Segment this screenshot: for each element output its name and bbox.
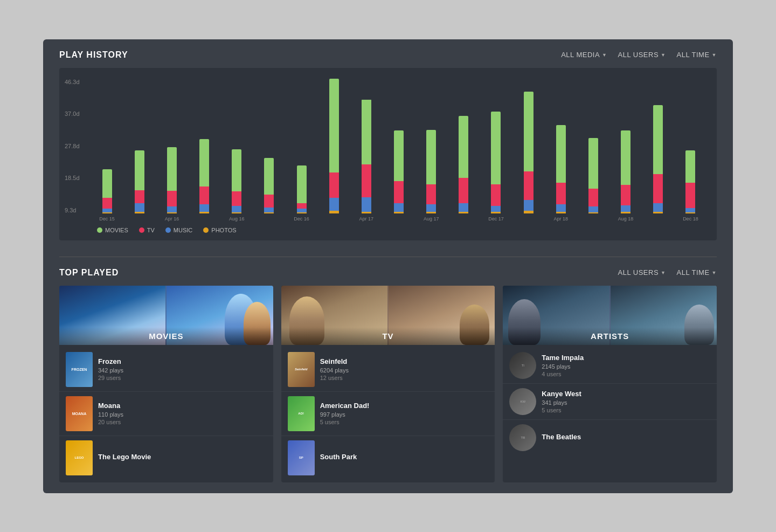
amerdad-thumb: AD! <box>288 396 315 431</box>
southpark-info: South Park <box>320 453 489 462</box>
legend-dot-tv <box>139 227 144 233</box>
bar-group <box>351 99 382 213</box>
x-label: Dec 15 <box>92 216 122 222</box>
media-cards: MOVIES FROZEN Frozen 342 plays 29 users <box>59 286 717 482</box>
legend-dot-music <box>165 227 171 233</box>
frozen-users: 29 users <box>98 375 267 381</box>
seinfeld-users: 12 users <box>320 375 489 381</box>
x-label: Dec 17 <box>481 216 511 222</box>
frozen-title: Frozen <box>98 357 267 365</box>
legend-label-music: MUSIC <box>174 227 192 233</box>
all-users-dropdown-history[interactable]: ALL USERS <box>618 51 666 59</box>
legend-dot-movies <box>97 227 102 233</box>
y-label-3: 27.8d <box>65 143 80 149</box>
movies-list: FROZEN Frozen 342 plays 29 users MOANA <box>59 345 273 482</box>
bar-group <box>545 125 576 213</box>
list-item: TB The Beatles <box>503 420 717 455</box>
bar-group <box>156 147 187 213</box>
moana-users: 20 users <box>98 419 267 425</box>
tameimpala-plays: 2145 plays <box>542 363 710 370</box>
tv-card: TV Seinfeld Seinfeld 6204 plays 12 users <box>281 286 495 482</box>
lego-thumb: LEGO <box>66 440 93 475</box>
all-media-dropdown[interactable]: ALL MEDIA <box>561 51 607 59</box>
lego-info: The Lego Movie <box>98 453 267 462</box>
x-label: Aug 18 <box>611 216 641 222</box>
bar-group <box>675 150 706 213</box>
list-item: MOANA Moana 110 plays 20 users <box>59 392 273 436</box>
frozen-plays: 342 plays <box>98 367 267 374</box>
amerdad-users: 5 users <box>320 419 489 425</box>
all-time-dropdown-top[interactable]: ALL TIME <box>677 268 717 277</box>
legend-photos: PHOTOS <box>203 227 236 233</box>
amerdad-plays: 997 plays <box>320 411 489 418</box>
bar-group <box>124 150 155 213</box>
frozen-thumb: FROZEN <box>66 352 93 387</box>
top-played-section: TOP PLAYED ALL USERS ALL TIME <box>43 268 733 482</box>
bar-group <box>254 158 285 213</box>
legend-label-photos: PHOTOS <box>211 227 236 233</box>
top-played-header: TOP PLAYED ALL USERS ALL TIME <box>59 268 717 278</box>
bar-group <box>578 138 608 213</box>
southpark-thumb: SP <box>288 440 315 475</box>
list-item: AD! American Dad! 997 plays 5 users <box>281 392 495 436</box>
bar-group <box>92 169 122 213</box>
list-item: SP South Park <box>281 436 495 480</box>
legend-label-movies: MOVIES <box>105 227 128 233</box>
bar-group <box>383 130 414 213</box>
list-item: KW Kanye West 341 plays 5 users <box>503 384 717 420</box>
y-label-5: 46.3d <box>65 79 80 85</box>
x-label: Apr 17 <box>351 216 382 222</box>
main-container: PLAY HISTORY ALL MEDIA ALL USERS ALL TIM… <box>43 39 733 493</box>
legend-movies: MOVIES <box>97 227 128 233</box>
legend-tv: TV <box>139 227 155 233</box>
frozen-info: Frozen 342 plays 29 users <box>98 357 267 381</box>
seinfeld-thumb: Seinfeld <box>288 352 315 387</box>
kanye-users: 5 users <box>542 407 710 413</box>
bar-group <box>416 130 447 213</box>
bar-group <box>611 130 641 213</box>
kanye-title: Kanye West <box>542 390 710 398</box>
x-label: Apr 18 <box>545 216 576 222</box>
y-label-4: 37.0d <box>65 110 80 117</box>
moana-thumb: MOANA <box>66 396 93 431</box>
play-history-section: PLAY HISTORY ALL MEDIA ALL USERS ALL TIM… <box>43 39 733 246</box>
list-item: TI Tame Impala 2145 plays 4 users <box>503 348 717 384</box>
bar-group <box>189 139 219 213</box>
play-history-chart: 9.3d 18.5d 27.8d 37.0d 46.3d Dec 15Feb 1… <box>59 68 717 240</box>
all-users-dropdown-top[interactable]: ALL USERS <box>618 268 666 277</box>
beatles-info: The Beatles <box>542 433 710 443</box>
legend-dot-photos <box>203 227 209 233</box>
tameimpala-users: 4 users <box>542 371 710 377</box>
list-item: FROZEN Frozen 342 plays 29 users <box>59 348 273 392</box>
x-label: Apr 16 <box>156 216 187 222</box>
x-label: Dec 16 <box>286 216 317 222</box>
moana-info: Moana 110 plays 20 users <box>98 402 267 425</box>
amerdad-info: American Dad! 997 plays 5 users <box>320 402 489 425</box>
bar-group <box>221 149 252 213</box>
artists-banner-title: ARTISTS <box>503 327 717 345</box>
tv-banner: TV <box>281 286 495 345</box>
lego-title: The Lego Movie <box>98 453 267 461</box>
y-label-2: 18.5d <box>65 175 80 181</box>
artists-banner: ARTISTS <box>503 286 717 345</box>
artists-card: ARTISTS TI Tame Impala 2145 plays 4 user… <box>503 286 717 482</box>
tameimpala-info: Tame Impala 2145 plays 4 users <box>542 354 710 377</box>
bar-group <box>448 116 479 213</box>
list-item: LEGO The Lego Movie <box>59 436 273 480</box>
beatles-title: The Beatles <box>542 433 710 441</box>
artists-list: TI Tame Impala 2145 plays 4 users KW <box>503 345 717 458</box>
movies-banner: MOVIES <box>59 286 273 345</box>
tameimpala-title: Tame Impala <box>542 354 710 362</box>
seinfeld-info: Seinfeld 6204 plays 12 users <box>320 357 489 381</box>
bar-group <box>318 79 349 213</box>
tv-banner-title: TV <box>281 327 495 345</box>
moana-plays: 110 plays <box>98 411 267 418</box>
bar-group <box>643 105 674 213</box>
all-time-dropdown-history[interactable]: ALL TIME <box>677 51 717 59</box>
bar-group <box>481 112 511 213</box>
seinfeld-plays: 6204 plays <box>320 367 489 374</box>
top-played-title: TOP PLAYED <box>59 268 119 278</box>
chart-bars-area <box>92 79 706 213</box>
beatles-thumb: TB <box>509 424 536 451</box>
y-label-1: 9.3d <box>65 207 80 213</box>
